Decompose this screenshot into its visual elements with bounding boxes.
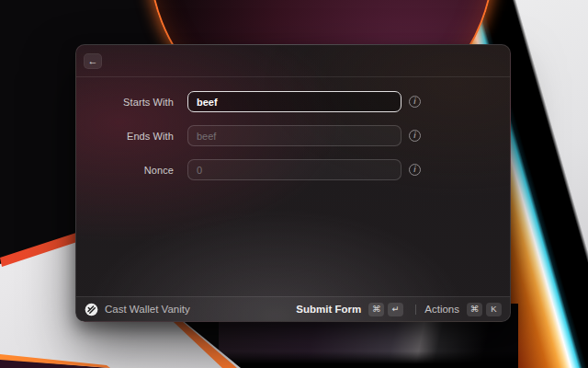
starts-with-label: Starts With [76, 97, 174, 108]
desktop: ← Starts With i Ends With i Nonce i [0, 0, 588, 368]
return-keycap: ↵ [388, 303, 403, 316]
k-keycap: K [486, 303, 502, 316]
launcher-window: ← Starts With i Ends With i Nonce i [75, 44, 511, 322]
back-button[interactable]: ← [84, 53, 102, 69]
info-icon[interactable]: i [409, 96, 421, 108]
window-footer: Cast Wallet Vanity Submit Form ⌘ ↵ Actio… [76, 296, 510, 321]
cmd-keycap: ⌘ [467, 303, 482, 316]
arrow-left-icon: ← [88, 56, 98, 66]
foundry-cast-logo-icon [85, 303, 98, 316]
ends-with-label: Ends With [76, 131, 174, 142]
info-icon[interactable]: i [409, 164, 421, 176]
form-row-starts-with: Starts With i [76, 91, 510, 112]
footer-divider [415, 305, 416, 315]
vanity-form: Starts With i Ends With i Nonce i [76, 77, 510, 180]
nonce-input[interactable] [187, 159, 401, 180]
cmd-keycap: ⌘ [368, 303, 384, 316]
window-header: ← [76, 45, 510, 77]
submit-form-button[interactable]: Submit Form [296, 304, 361, 315]
nonce-label: Nonce [76, 165, 174, 176]
form-row-ends-with: Ends With i [76, 125, 510, 146]
starts-with-input[interactable] [187, 91, 401, 112]
info-icon[interactable]: i [409, 130, 421, 142]
app-name: Cast Wallet Vanity [105, 304, 190, 315]
form-row-nonce: Nonce i [76, 159, 510, 180]
ends-with-input[interactable] [187, 125, 401, 146]
actions-button[interactable]: Actions [424, 304, 459, 315]
